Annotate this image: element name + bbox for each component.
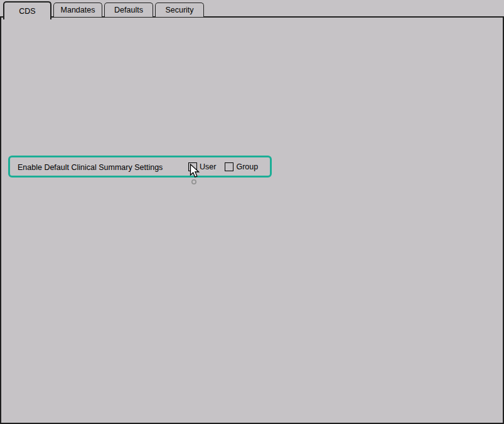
tab-label: Security (165, 6, 193, 14)
summary-option-label: Group (236, 162, 258, 171)
cds-tab-panel (0, 16, 504, 424)
summary-settings-label: Enable Default Clinical Summary Settings (18, 163, 163, 172)
checkbox-icon[interactable] (225, 162, 233, 171)
mouse-cursor-icon (190, 164, 202, 186)
tab[interactable]: Mandates (53, 3, 102, 17)
tab-label: Mandates (61, 6, 95, 14)
tab[interactable]: CDS (3, 1, 51, 19)
tab[interactable]: Defaults (104, 3, 153, 17)
summary-option-row[interactable]: Group (225, 162, 258, 171)
tab-bar: CDS Mandates Defaults Security (0, 0, 504, 19)
tab[interactable]: Security (155, 3, 204, 17)
tab-label: CDS (19, 7, 35, 16)
tab-label: Defaults (114, 6, 143, 14)
